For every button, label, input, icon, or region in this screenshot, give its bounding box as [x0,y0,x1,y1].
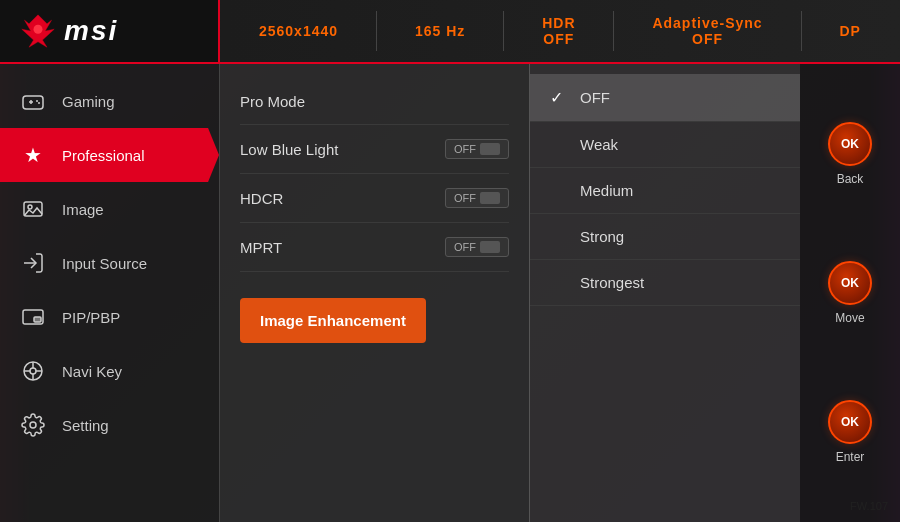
right-panel: ✓ OFF Weak Medium Strong Strongest [530,64,800,522]
msi-dragon-icon [20,13,56,49]
input-source-label: Input Source [62,255,147,272]
svg-rect-11 [34,317,41,322]
hdcr-toggle[interactable]: OFF [445,188,509,208]
option-strongest[interactable]: Strongest [530,260,800,306]
top-bar: msi 2560x1440 165 Hz HDR OFF Adaptive-Sy… [0,0,900,64]
option-medium-label: Medium [580,182,633,199]
low-blue-light-label: Low Blue Light [240,141,338,158]
professional-icon: ★ [20,142,46,168]
enter-label: Enter [836,450,865,464]
option-strong-label: Strong [580,228,624,245]
option-strong[interactable]: Strong [530,214,800,260]
input-source-icon [20,250,46,276]
svg-point-13 [30,368,36,374]
sidebar-item-setting[interactable]: Setting [0,398,219,452]
option-medium[interactable]: Medium [530,168,800,214]
msi-logo: msi [20,13,118,49]
professional-label: Professional [62,147,145,164]
sidebar: Gaming ★ Professional Image Input Source [0,64,220,522]
resolution-stat: 2560x1440 [259,23,338,39]
image-icon [20,196,46,222]
svg-point-1 [34,25,43,34]
mprt-toggle-state: OFF [454,241,476,253]
main-container: msi 2560x1440 165 Hz HDR OFF Adaptive-Sy… [0,0,900,522]
pro-mode-label: Pro Mode [240,93,305,110]
back-button[interactable]: OK [828,122,872,166]
setting-icon [20,412,46,438]
enter-button[interactable]: OK [828,400,872,444]
option-off[interactable]: ✓ OFF [530,74,800,122]
move-label: Move [835,311,864,325]
move-btn-label: OK [841,276,859,290]
enter-btn-label: OK [841,415,859,429]
brand-name: msi [64,15,118,47]
back-label: Back [837,172,864,186]
port-stat: DP [840,23,861,39]
middle-panel: Pro Mode Low Blue Light OFF HDCR OFF [220,64,530,522]
top-stats: 2560x1440 165 Hz HDR OFF Adaptive-Sync O… [220,11,900,51]
image-enhancement-row: Image Enhancement [240,280,509,357]
svg-point-5 [36,100,38,102]
hdcr-row[interactable]: HDCR OFF [240,174,509,223]
stat-divider-4 [801,11,802,51]
hdcr-toggle-state: OFF [454,192,476,204]
navi-key-label: Navi Key [62,363,122,380]
image-label: Image [62,201,104,218]
back-btn-label: OK [841,137,859,151]
logo-area: msi [0,0,220,62]
stat-divider-1 [376,11,377,51]
pro-mode-row[interactable]: Pro Mode [240,79,509,125]
sidebar-item-input-source[interactable]: Input Source [0,236,219,290]
enter-control: OK Enter [828,400,872,464]
sidebar-item-navi-key[interactable]: Navi Key [0,344,219,398]
low-blue-light-toggle[interactable]: OFF [445,139,509,159]
check-mark-icon: ✓ [550,88,570,107]
gaming-label: Gaming [62,93,115,110]
navi-key-icon [20,358,46,384]
svg-point-8 [28,205,32,209]
mprt-row[interactable]: MPRT OFF [240,223,509,272]
option-off-label: OFF [580,89,610,106]
stat-divider-2 [503,11,504,51]
low-blue-light-toggle-state: OFF [454,143,476,155]
refresh-rate-stat: 165 Hz [415,23,465,39]
mprt-toggle[interactable]: OFF [445,237,509,257]
pip-pbp-label: PIP/PBP [62,309,120,326]
hdr-stat: HDR OFF [542,15,575,47]
image-enhancement-button[interactable]: Image Enhancement [240,298,426,343]
stat-divider-3 [613,11,614,51]
move-button[interactable]: OK [828,261,872,305]
low-blue-light-row[interactable]: Low Blue Light OFF [240,125,509,174]
sidebar-item-professional[interactable]: ★ Professional [0,128,219,182]
hdcr-label: HDCR [240,190,283,207]
svg-point-6 [38,102,40,104]
svg-point-18 [30,422,36,428]
setting-label: Setting [62,417,109,434]
gaming-icon [20,88,46,114]
mprt-label: MPRT [240,239,282,256]
adaptive-sync-stat: Adaptive-Sync OFF [652,15,762,47]
pip-pbp-icon [20,304,46,330]
back-control: OK Back [828,122,872,186]
sidebar-item-gaming[interactable]: Gaming [0,74,219,128]
controls-panel: OK Back OK Move OK Enter [800,64,900,522]
option-strongest-label: Strongest [580,274,644,291]
content-area: Gaming ★ Professional Image Input Source [0,64,900,522]
option-weak-label: Weak [580,136,618,153]
option-weak[interactable]: Weak [530,122,800,168]
sidebar-item-pip-pbp[interactable]: PIP/PBP [0,290,219,344]
move-control: OK Move [828,261,872,325]
sidebar-item-image[interactable]: Image [0,182,219,236]
